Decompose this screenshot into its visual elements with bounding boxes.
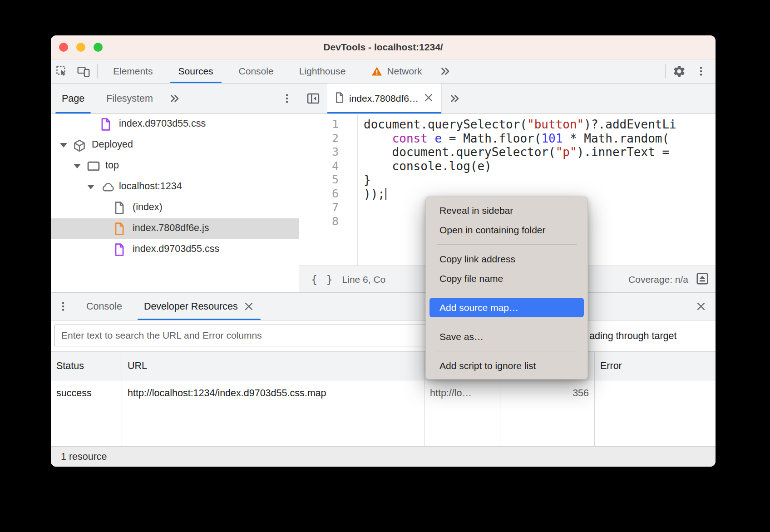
more-editor-tabs-icon[interactable] bbox=[442, 84, 468, 113]
menu-item-save-as[interactable]: Save as… bbox=[426, 327, 587, 346]
table-filler-cell bbox=[424, 411, 500, 446]
table-filler-cell bbox=[122, 411, 424, 446]
menu-item-open-in-containing-folder[interactable]: Open in containing folder bbox=[426, 220, 587, 240]
resource-count-label: 1 resource bbox=[61, 451, 107, 463]
close-icon[interactable] bbox=[423, 92, 434, 105]
menu-item-add-source-map[interactable]: Add source map… bbox=[429, 298, 584, 317]
file-icon bbox=[114, 201, 125, 217]
tab-network[interactable]: Network bbox=[358, 59, 434, 83]
tree-item-index-7808df6e-js[interactable]: index.7808df6e.js bbox=[51, 218, 299, 239]
frame-icon bbox=[86, 159, 101, 176]
tab-label: Network bbox=[387, 66, 422, 77]
code-line: document.querySelector("button")?.addEve… bbox=[364, 118, 716, 132]
tab-sources[interactable]: Sources bbox=[166, 59, 226, 83]
table-row[interactable]: successhttp://localhost:1234/index.d9703… bbox=[51, 380, 716, 411]
window-title: DevTools - localhost:1234/ bbox=[51, 35, 716, 59]
sources-panel: PageFilesystem index.d9703d55.cssDeploye… bbox=[51, 84, 716, 292]
code-line: const e = Math.floor(101 * Math.random( bbox=[364, 132, 716, 146]
kebab-menu-icon[interactable] bbox=[275, 84, 299, 113]
column-header-status[interactable]: Status bbox=[51, 352, 122, 380]
column-header-error[interactable]: Error bbox=[595, 352, 716, 380]
menu-item-copy-link-address[interactable]: Copy link address bbox=[426, 249, 587, 269]
collapse-sidebar-icon[interactable] bbox=[299, 84, 327, 113]
menu-item-reveal-in-sidebar[interactable]: Reveal in sidebar bbox=[426, 201, 587, 220]
drawer-status-bar: 1 resource bbox=[51, 446, 716, 467]
sidebar-tab-filesystem[interactable]: Filesystem bbox=[95, 84, 164, 113]
line-number[interactable]: 5 bbox=[299, 173, 357, 187]
drawer: ConsoleDeveloper Resources ading through… bbox=[51, 292, 716, 467]
column-header-url[interactable]: URL bbox=[122, 352, 424, 380]
resources-search-row: ading through target bbox=[51, 320, 716, 352]
tree-item-label: index.d9703d55.css bbox=[119, 118, 206, 129]
more-tabs-icon[interactable] bbox=[434, 59, 456, 83]
cloud-icon bbox=[100, 180, 115, 197]
line-number[interactable]: 7 bbox=[299, 201, 357, 215]
line-number[interactable]: 2 bbox=[299, 132, 357, 146]
context-menu: Reveal in sidebarOpen in containing fold… bbox=[425, 197, 588, 379]
main-toolbar: ElementsSourcesConsoleLighthouseNetwork bbox=[51, 59, 716, 84]
file-icon bbox=[335, 92, 345, 106]
code-line: } bbox=[364, 173, 716, 187]
cube-icon bbox=[73, 138, 86, 156]
line-number[interactable]: 6 bbox=[299, 187, 357, 201]
tree-item-deployed[interactable]: Deployed bbox=[51, 135, 299, 156]
file-tab-label: index.7808df6… bbox=[349, 93, 419, 104]
toolbar-divider bbox=[665, 64, 666, 79]
tab-label: Lighthouse bbox=[299, 66, 346, 77]
tab-lighthouse[interactable]: Lighthouse bbox=[286, 59, 359, 83]
menu-item-copy-file-name[interactable]: Copy file name bbox=[426, 269, 587, 288]
tree-item-top[interactable]: top bbox=[51, 156, 299, 177]
tree-item-label: index.7808df6e.js bbox=[133, 222, 209, 234]
coverage-drawer-icon[interactable] bbox=[696, 272, 709, 288]
close-icon[interactable] bbox=[243, 301, 254, 312]
menu-separator bbox=[437, 293, 577, 293]
table-filler-cell bbox=[51, 411, 122, 446]
kebab-menu-icon[interactable] bbox=[51, 293, 75, 320]
line-number[interactable]: 4 bbox=[299, 159, 357, 173]
expander-triangle-icon[interactable] bbox=[87, 185, 94, 189]
tab-label: Page bbox=[62, 93, 84, 104]
line-number[interactable]: 1 bbox=[299, 118, 357, 132]
tree-item-localhost-1234[interactable]: localhost:1234 bbox=[51, 177, 299, 197]
inspect-icon[interactable] bbox=[51, 59, 73, 83]
line-number[interactable]: 3 bbox=[299, 145, 357, 159]
css-file-icon bbox=[100, 118, 112, 134]
cursor-position-label: Line 6, Co bbox=[342, 274, 386, 285]
tab-elements[interactable]: Elements bbox=[100, 59, 166, 83]
table-cell bbox=[595, 380, 716, 411]
file-tree: index.d9703d55.cssDeployedtoplocalhost:1… bbox=[51, 114, 299, 292]
drawer-tab-console[interactable]: Console bbox=[75, 293, 133, 320]
more-navigator-tabs-icon[interactable] bbox=[164, 84, 186, 113]
device-toolbar-icon[interactable] bbox=[73, 59, 94, 83]
tree-item-index-d9703d55-css[interactable]: index.d9703d55.css bbox=[51, 239, 299, 260]
tree-item-index-d9703d55-css[interactable]: index.d9703d55.css bbox=[51, 114, 299, 135]
menu-item-add-script-to-ignore-list[interactable]: Add script to ignore list bbox=[426, 356, 587, 375]
file-tab[interactable]: index.7808df6… bbox=[327, 84, 442, 113]
drawer-tab-developer-resources[interactable]: Developer Resources bbox=[133, 293, 265, 320]
line-number[interactable]: 8 bbox=[299, 215, 357, 229]
resources-table: StatusURLError successhttp://localhost:1… bbox=[51, 352, 716, 446]
code-line: console.log(e) bbox=[364, 159, 716, 173]
table-header-row[interactable]: StatusURLError bbox=[51, 352, 716, 380]
kebab-menu-icon[interactable] bbox=[690, 59, 712, 83]
menu-separator bbox=[437, 351, 577, 351]
tree-item-label: index.d9703d55.css bbox=[133, 243, 219, 255]
navigator-tab-bar: PageFilesystem bbox=[51, 84, 299, 114]
navigator-sidebar: PageFilesystem index.d9703d55.cssDeploye… bbox=[51, 84, 299, 292]
tree-item-label: top bbox=[105, 160, 119, 171]
close-drawer-icon[interactable] bbox=[686, 293, 716, 320]
screen-background: DevTools - localhost:1234/ ElementsSourc… bbox=[0, 0, 770, 532]
expander-triangle-icon[interactable] bbox=[60, 143, 67, 148]
tree-item--index-[interactable]: (index) bbox=[51, 197, 299, 218]
title-bar: DevTools - localhost:1234/ bbox=[51, 35, 716, 59]
load-through-target-label: ading through target bbox=[589, 320, 676, 351]
tab-label: Console bbox=[86, 301, 122, 312]
sidebar-tab-page[interactable]: Page bbox=[51, 84, 95, 113]
pretty-print-icon[interactable]: { } bbox=[311, 274, 334, 286]
gear-icon[interactable] bbox=[668, 59, 690, 83]
expander-triangle-icon[interactable] bbox=[74, 164, 81, 168]
table-filler bbox=[51, 411, 716, 446]
table-cell: 356 bbox=[500, 380, 595, 411]
tab-console[interactable]: Console bbox=[226, 59, 286, 83]
table-cell: http://localhost:1234/index.d9703d55.css… bbox=[122, 380, 424, 411]
